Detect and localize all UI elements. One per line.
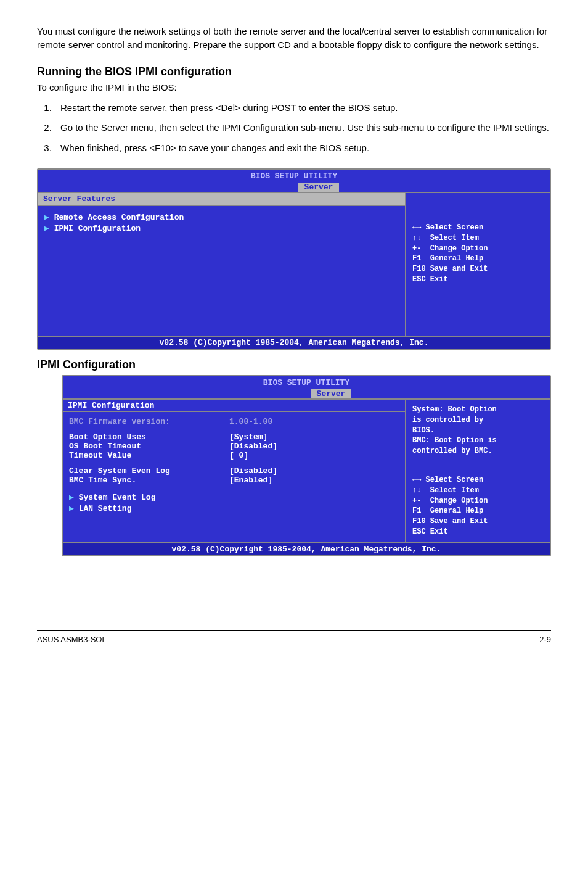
- section1-heading: Running the BIOS IPMI configuration: [37, 65, 551, 78]
- help-line: +- Change Option: [412, 244, 544, 254]
- step-item: Go to the Server menu, then select the I…: [54, 121, 551, 135]
- help-line: ←→ Select Screen: [412, 475, 544, 485]
- page-footer: ASUS ASMB3-SOL 2-9: [37, 630, 551, 644]
- help-text: BIOS.: [412, 426, 544, 436]
- help-line: F1 General Help: [412, 506, 544, 516]
- opt-val: [System]: [229, 432, 267, 442]
- help-line: +- Change Option: [412, 496, 544, 506]
- bios-tab-server: Server: [311, 389, 352, 398]
- triangle-icon: ▶: [44, 224, 54, 233]
- help-text: System: Boot Option: [412, 405, 544, 415]
- bios-copyright: v02.58 (C)Copyright 1985-2004, American …: [38, 336, 550, 349]
- steps-list: Restart the remote server, then press <D…: [54, 101, 551, 155]
- bios-title: BIOS SETUP UTILITY: [38, 170, 550, 183]
- triangle-icon: ▶: [69, 504, 79, 513]
- opt-key: Clear System Even Log: [69, 466, 229, 476]
- section2-heading: IPMI Configuration: [37, 358, 551, 371]
- opt-key: OS Boot Timeout: [69, 442, 229, 451]
- panel-title: IPMI Configuration: [63, 400, 405, 412]
- intro-paragraph: You must configure the network settings …: [37, 25, 551, 52]
- help-line: ↑↓ Select Item: [412, 233, 544, 244]
- footer-right: 2-9: [539, 635, 551, 644]
- help-line: ←→ Select Screen: [412, 223, 544, 233]
- panel-title: Server Features: [38, 193, 405, 206]
- fw-value: 1.00-1.00: [229, 417, 272, 426]
- help-line: F10 Save and Exit: [412, 516, 544, 527]
- help-line: ESC Exit: [412, 274, 544, 285]
- step-item: Restart the remote server, then press <D…: [54, 101, 551, 115]
- help-line: F10 Save and Exit: [412, 264, 544, 274]
- opt-val: [Disabled]: [229, 442, 277, 451]
- bios-tab-server: Server: [298, 183, 340, 192]
- bios-copyright: v02.58 (C)Copyright 1985-2004, American …: [63, 542, 550, 555]
- section1-lead: To configure the IPMI in the BIOS:: [37, 82, 551, 93]
- triangle-icon: ▶: [69, 493, 79, 502]
- opt-val: [ 0]: [229, 451, 248, 460]
- help-text: is controlled by: [412, 415, 544, 426]
- bios-screenshot-2: BIOS SETUP UTILITY Server IPMI Configura…: [62, 375, 551, 556]
- bios-screenshot-1: BIOS SETUP UTILITY Server Server Feature…: [37, 168, 551, 350]
- submenu-item: LAN Setting: [79, 504, 132, 513]
- help-line: F1 General Help: [412, 254, 544, 264]
- context-help: System: Boot Option is controlled by BIO…: [412, 405, 544, 456]
- submenu-item: System Event Log: [79, 493, 156, 502]
- fw-label: BMC Firmware version:: [69, 417, 229, 426]
- help-line: ESC Exit: [412, 527, 544, 537]
- menu-item: Remote Access Configuration: [54, 213, 184, 222]
- help-line: ↑↓ Select Item: [412, 485, 544, 496]
- opt-key: Boot Option Uses: [69, 432, 229, 442]
- opt-val: [Enabled]: [229, 476, 272, 485]
- help-text: controlled by BMC.: [412, 446, 544, 456]
- opt-val: [Disabled]: [229, 466, 277, 476]
- opt-key: BMC Time Sync.: [69, 476, 229, 485]
- menu-item: IPMI Configuration: [54, 224, 141, 233]
- footer-left: ASUS ASMB3-SOL: [37, 635, 107, 644]
- triangle-icon: ▶: [44, 213, 54, 222]
- opt-key: Timeout Value: [69, 451, 229, 460]
- help-text: BMC: Boot Option is: [412, 435, 544, 446]
- step-item: When finished, press <F10> to save your …: [54, 141, 551, 155]
- bios-title: BIOS SETUP UTILITY: [63, 376, 550, 389]
